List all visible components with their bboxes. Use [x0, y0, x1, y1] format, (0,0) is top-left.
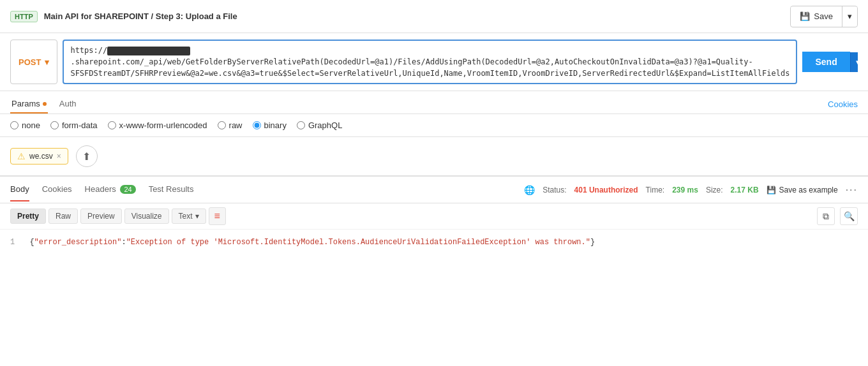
- method-label: POST: [19, 57, 41, 67]
- resp-tab-body[interactable]: Body: [10, 178, 29, 201]
- save-icon: 💾: [800, 11, 810, 21]
- file-row: ⚠ we.csv × ⬆: [0, 137, 868, 175]
- radio-none[interactable]: none: [10, 121, 40, 130]
- filter-button[interactable]: ≡: [209, 207, 226, 225]
- resp-tab-test-results[interactable]: Test Results: [149, 178, 194, 201]
- response-panel: Body Cookies Headers 24 Test Results 🌐 S…: [0, 175, 868, 255]
- save-dropdown-arrow[interactable]: ▾: [842, 7, 857, 26]
- tab-auth[interactable]: Auth: [58, 95, 78, 113]
- radio-urlencoded[interactable]: x-www-form-urlencoded: [108, 121, 207, 130]
- file-name: we.csv: [29, 152, 53, 161]
- url-suffix: .sharepoint.com/_api/web/GetFolderByServ…: [70, 57, 789, 78]
- size-value: 2.17 KB: [731, 186, 759, 194]
- cookies-link[interactable]: Cookies: [828, 99, 858, 109]
- resp-tab-headers[interactable]: Headers 24: [85, 178, 136, 201]
- close-file-icon[interactable]: ×: [57, 152, 61, 161]
- request-section: POST ▾ https://.sharepoint.com/_api/web/…: [0, 33, 868, 91]
- save-example-label: Save as example: [779, 186, 838, 194]
- response-body-toolbar: Pretty Raw Preview Visualize Text ▾ ≡ ⧉ …: [0, 203, 868, 230]
- save-button-group: 💾 Save ▾: [790, 6, 858, 27]
- upload-button[interactable]: ⬆: [76, 145, 98, 167]
- save-example-icon: 💾: [767, 186, 776, 194]
- search-icon: 🔍: [844, 211, 855, 221]
- response-tabs-row: Body Cookies Headers 24 Test Results 🌐 S…: [0, 177, 868, 203]
- tab-auth-label: Auth: [59, 99, 77, 108]
- breadcrumb-separator: /: [151, 11, 156, 21]
- url-input[interactable]: https://.sharepoint.com/_api/web/GetFold…: [63, 40, 797, 84]
- response-action-icons: ⧉ 🔍: [817, 207, 858, 225]
- radio-formdata[interactable]: form-data: [50, 121, 98, 130]
- url-bar: POST ▾ https://.sharepoint.com/_api/web/…: [10, 40, 858, 84]
- save-label: Save: [814, 11, 833, 21]
- text-format-dropdown[interactable]: Text ▾: [172, 209, 206, 224]
- method-select[interactable]: POST ▾: [10, 40, 57, 84]
- code-line-content: {"error_description":"Exception of type …: [29, 238, 595, 247]
- radio-graphql[interactable]: GraphQL: [297, 121, 342, 130]
- filter-icon: ≡: [214, 210, 220, 221]
- resp-tab-cookies[interactable]: Cookies: [42, 178, 72, 201]
- status-label: Status:: [542, 186, 566, 194]
- format-visualize-button[interactable]: Visualize: [124, 209, 169, 224]
- text-format-label: Text: [179, 212, 193, 221]
- http-badge: HTTP: [10, 11, 38, 22]
- time-value: 239 ms: [672, 186, 698, 194]
- radio-raw[interactable]: raw: [218, 121, 243, 130]
- copy-button[interactable]: ⧉: [817, 207, 835, 225]
- radio-binary[interactable]: binary: [253, 121, 287, 130]
- breadcrumb-step: Step 3: Upload a File: [156, 11, 237, 21]
- format-pretty-button[interactable]: Pretty: [10, 209, 46, 224]
- tab-params-label: Params: [11, 99, 40, 108]
- format-raw-button[interactable]: Raw: [49, 209, 78, 224]
- save-as-example-button[interactable]: 💾 Save as example: [767, 186, 838, 194]
- copy-icon: ⧉: [823, 211, 829, 222]
- send-button-group: Send ▾: [802, 40, 858, 84]
- body-type-row: none form-data x-www-form-urlencoded raw…: [0, 114, 868, 137]
- redacted-domain: [107, 47, 190, 55]
- breadcrumb-main[interactable]: Main API for SHAREPOINT: [44, 11, 149, 21]
- upload-icon: ⬆: [82, 150, 91, 163]
- send-dropdown-arrow[interactable]: ▾: [850, 52, 858, 72]
- line-number: 1: [10, 238, 15, 247]
- headers-badge: 24: [120, 185, 135, 194]
- size-label: Size:: [706, 186, 723, 194]
- globe-icon: 🌐: [524, 185, 535, 195]
- more-options-button[interactable]: ···: [846, 184, 858, 196]
- text-format-chevron: ▾: [195, 212, 199, 221]
- response-meta: 🌐 Status: 401 Unauthorized Time: 239 ms …: [524, 184, 858, 196]
- time-label: Time:: [646, 186, 665, 194]
- send-button[interactable]: Send: [802, 52, 849, 72]
- url-prefix: https://: [70, 46, 107, 55]
- header-left: HTTP Main API for SHAREPOINT / Step 3: U…: [10, 11, 237, 22]
- response-code-display: 1 {"error_description":"Exception of typ…: [0, 230, 868, 255]
- app-header: HTTP Main API for SHAREPOINT / Step 3: U…: [0, 0, 868, 33]
- request-tabs-row: Params Auth Cookies: [0, 91, 868, 114]
- breadcrumb: Main API for SHAREPOINT / Step 3: Upload…: [44, 11, 237, 21]
- method-chevron: ▾: [45, 57, 49, 67]
- file-tag: ⚠ we.csv ×: [10, 148, 68, 165]
- format-preview-button[interactable]: Preview: [80, 209, 122, 224]
- params-dot: [43, 102, 47, 106]
- tab-params[interactable]: Params: [10, 95, 48, 113]
- warn-icon: ⚠: [17, 151, 26, 161]
- save-button[interactable]: 💾 Save: [791, 7, 842, 26]
- status-value: 401 Unauthorized: [574, 186, 638, 194]
- search-response-button[interactable]: 🔍: [840, 207, 858, 225]
